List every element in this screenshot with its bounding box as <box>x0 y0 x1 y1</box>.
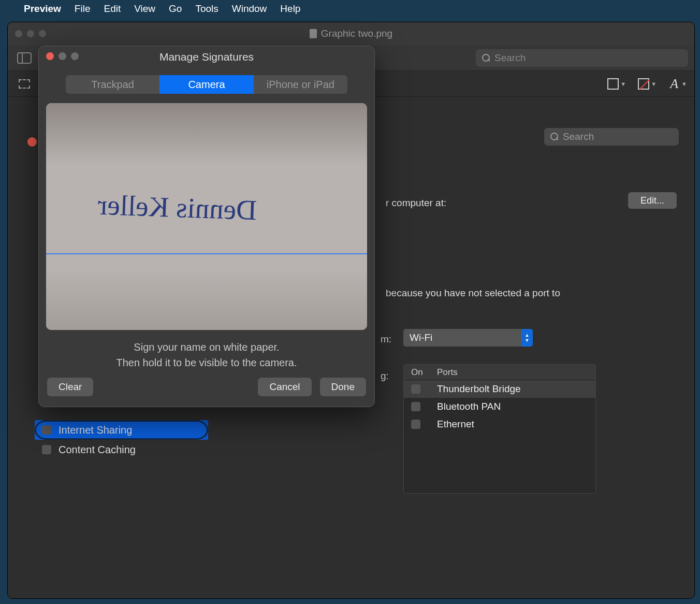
zoom-dialog <box>71 52 79 60</box>
search-icon <box>550 133 559 141</box>
signature-source-tabs: Trackpad Camera iPhone or iPad <box>66 75 347 94</box>
menu-help[interactable]: Help <box>280 3 300 15</box>
selection-tool[interactable] <box>15 76 34 92</box>
services-list: Internet Sharing Content Caching <box>35 420 208 459</box>
service-label: Internet Sharing <box>59 424 132 436</box>
ports-row[interactable]: Ethernet <box>404 415 595 433</box>
menubar: Preview File Edit View Go Tools Window H… <box>0 0 700 18</box>
signature-baseline <box>46 253 367 254</box>
titlebar: Graphic two.png <box>8 22 694 45</box>
search-icon <box>482 54 490 62</box>
port-name: Ethernet <box>437 419 474 430</box>
tab-trackpad[interactable]: Trackpad <box>66 75 159 94</box>
search-placeholder: Search <box>494 52 526 64</box>
menu-go[interactable]: Go <box>169 3 182 15</box>
chevron-down-icon[interactable]: ▼ <box>681 81 687 87</box>
document-icon <box>310 29 317 38</box>
done-button[interactable]: Done <box>320 378 366 396</box>
port-checkbox[interactable] <box>411 402 420 411</box>
ports-row[interactable]: Bluetooth PAN <box>404 398 595 415</box>
col-on: On <box>411 367 437 378</box>
search-field[interactable]: Search <box>476 49 688 67</box>
ports-table-header: On Ports <box>404 365 595 380</box>
svg-rect-0 <box>18 53 31 63</box>
manage-signatures-dialog: Manage Signatures Trackpad Camera iPhone… <box>38 46 375 407</box>
chevron-down-icon[interactable]: ▼ <box>651 81 657 87</box>
dialog-title: Manage Signatures <box>39 46 374 68</box>
col-ports: Ports <box>437 367 458 378</box>
menu-file[interactable]: File <box>75 3 91 15</box>
window-title-text: Graphic two.png <box>321 28 392 39</box>
share-connection-select[interactable]: Wi-Fi ▲▼ <box>403 329 533 347</box>
minimize-dialog <box>59 52 66 60</box>
stepper-icon: ▲▼ <box>521 329 533 347</box>
share-connection-value: Wi-Fi <box>410 332 432 343</box>
menu-view[interactable]: View <box>134 3 155 15</box>
instruction-line1: Sign your name on white paper. <box>39 339 374 355</box>
font-tool[interactable]: A <box>665 76 683 92</box>
share-from-label: m: <box>381 334 391 345</box>
sidebar-toggle[interactable] <box>14 50 35 66</box>
dialog-window-controls <box>46 52 79 60</box>
captured-signature: Dennis Keller <box>97 189 257 227</box>
edit-button[interactable]: Edit... <box>628 192 677 209</box>
ports-row[interactable]: Thunderbolt Bridge <box>404 380 595 398</box>
menu-tools[interactable]: Tools <box>195 3 218 15</box>
clear-button[interactable]: Clear <box>47 378 93 396</box>
prefs-search-field[interactable]: Search <box>544 128 679 146</box>
service-internet-sharing[interactable]: Internet Sharing <box>35 420 208 440</box>
dialog-buttons: Clear Cancel Done <box>39 370 374 396</box>
close-dialog[interactable] <box>46 52 54 60</box>
app-menu[interactable]: Preview <box>24 3 61 15</box>
instruction-line2: Then hold it to be visible to the camera… <box>39 355 374 370</box>
prefs-search-placeholder: Search <box>563 131 594 142</box>
tab-camera[interactable]: Camera <box>159 75 253 94</box>
menu-window[interactable]: Window <box>232 3 267 15</box>
service-checkbox[interactable] <box>42 445 51 454</box>
port-warning-text: because you have not selected a port to <box>386 287 560 299</box>
port-name: Bluetooth PAN <box>437 401 501 412</box>
port-name: Thunderbolt Bridge <box>437 383 521 395</box>
chevron-down-icon[interactable]: ▼ <box>620 81 626 87</box>
border-color-tool[interactable] <box>604 76 622 92</box>
fill-color-tool[interactable] <box>634 76 653 92</box>
service-content-caching[interactable]: Content Caching <box>35 440 208 459</box>
camera-preview: Dennis Keller <box>46 103 367 330</box>
dialog-title-text: Manage Signatures <box>159 51 254 63</box>
menu-edit[interactable]: Edit <box>104 3 121 15</box>
to-computers-label: g: <box>381 370 389 382</box>
ports-table: On Ports Thunderbolt Bridge Bluetooth PA… <box>403 364 596 494</box>
instruction-text: Sign your name on white paper. Then hold… <box>39 339 374 370</box>
service-checkbox[interactable] <box>42 425 51 435</box>
tab-iphone-ipad[interactable]: iPhone or iPad <box>254 75 347 94</box>
service-label: Content Caching <box>59 444 136 456</box>
port-checkbox[interactable] <box>411 384 420 394</box>
window-title: Graphic two.png <box>8 28 694 39</box>
cancel-button[interactable]: Cancel <box>258 378 311 396</box>
recording-indicator-icon <box>27 137 37 147</box>
port-checkbox[interactable] <box>411 420 420 429</box>
computer-name-label: r computer at: <box>386 197 446 209</box>
